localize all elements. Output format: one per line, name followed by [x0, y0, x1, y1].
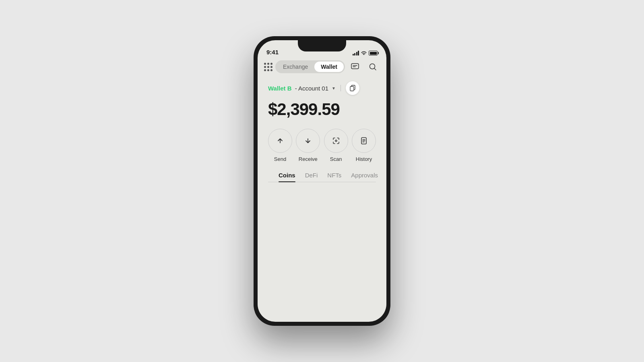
- grid-dot: [267, 69, 269, 71]
- tab-switcher: Exchange Wallet: [275, 60, 345, 73]
- grid-dot: [264, 66, 266, 68]
- grid-dot: [270, 69, 272, 71]
- search-button[interactable]: [365, 60, 380, 74]
- battery-icon: [369, 51, 378, 56]
- grid-dot: [264, 63, 266, 65]
- grid-menu-icon[interactable]: [264, 63, 272, 71]
- signal-bar-2: [354, 53, 355, 56]
- content-tabs: Coins DeFi NFTs Approvals: [268, 172, 376, 182]
- send-button-circle: [268, 129, 292, 153]
- phone-screen: 9:41: [258, 40, 386, 322]
- header-actions: [348, 60, 380, 74]
- account-row: Wallet B - Account 01 ▼: [268, 81, 376, 95]
- tab-defi[interactable]: DeFi: [305, 172, 318, 182]
- tab-approvals[interactable]: Approvals: [351, 172, 378, 182]
- battery-fill: [370, 52, 377, 55]
- history-label: History: [356, 156, 372, 162]
- receive-button-circle: [296, 129, 320, 153]
- grid-dot: [267, 66, 269, 68]
- scan-action[interactable]: Scan: [324, 129, 348, 162]
- wallet-tab[interactable]: Wallet: [314, 62, 344, 72]
- signal-bar-3: [356, 52, 357, 56]
- wallet-content: Wallet B - Account 01 ▼ $2,399.59: [258, 77, 386, 322]
- tab-nfts[interactable]: NFTs: [327, 172, 341, 182]
- separator: [341, 85, 341, 91]
- svg-rect-3: [350, 86, 354, 91]
- receive-action[interactable]: Receive: [296, 129, 320, 162]
- send-action[interactable]: Send: [268, 129, 292, 162]
- receive-label: Receive: [299, 156, 318, 162]
- svg-rect-0: [351, 64, 359, 69]
- scan-button-circle: [324, 129, 348, 153]
- signal-icon: [353, 51, 359, 56]
- svg-point-4: [335, 140, 337, 142]
- scan-label: Scan: [330, 156, 342, 162]
- balance-amount: $2,399.59: [268, 100, 376, 119]
- signal-bar-4: [358, 51, 359, 56]
- history-button-circle: [352, 129, 376, 153]
- history-action[interactable]: History: [352, 129, 376, 162]
- grid-dot: [270, 66, 272, 68]
- wifi-icon: [361, 51, 367, 56]
- exchange-tab[interactable]: Exchange: [277, 62, 314, 72]
- grid-dot: [264, 69, 266, 71]
- copy-address-button[interactable]: [346, 81, 359, 95]
- status-icons: [353, 51, 378, 56]
- grid-dot: [267, 63, 269, 65]
- messages-button[interactable]: [348, 60, 362, 74]
- notch: [298, 40, 346, 51]
- dropdown-arrow-icon[interactable]: ▼: [332, 86, 336, 90]
- grid-dot: [270, 63, 272, 65]
- status-time: 9:41: [266, 49, 279, 56]
- signal-bar-1: [353, 54, 354, 56]
- action-buttons: Send Receive: [268, 129, 376, 162]
- phone-device: 9:41: [254, 36, 390, 326]
- wallet-name: Wallet B: [268, 85, 292, 92]
- account-name-label: - Account 01: [295, 85, 328, 92]
- header-nav: Exchange Wallet: [258, 58, 386, 77]
- send-label: Send: [274, 156, 286, 162]
- tab-coins[interactable]: Coins: [279, 172, 295, 182]
